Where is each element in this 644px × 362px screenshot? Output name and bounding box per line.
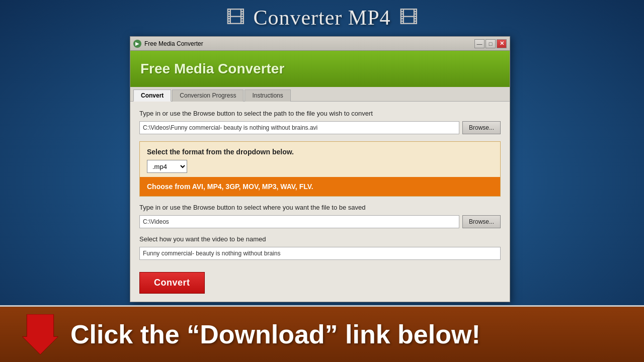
browse-input-button[interactable]: Browse... xyxy=(462,121,501,134)
browse-output-button[interactable]: Browse... xyxy=(462,215,501,228)
download-arrow-icon xyxy=(20,314,60,354)
name-label: Select how you want the video to be name… xyxy=(139,235,501,243)
output-section: Type in or use the Browse button to sele… xyxy=(139,204,501,294)
input-instruction: Type in or use the Browse button to sele… xyxy=(139,110,501,117)
app-header: Free Media Converter xyxy=(130,51,510,87)
tab-instructions[interactable]: Instructions xyxy=(245,89,290,102)
format-notice-text: Choose from AVI, MP4, 3GP, MOV, MP3, WAV… xyxy=(147,183,313,191)
file-path-input[interactable] xyxy=(139,121,459,134)
top-title-bar: 🎞 Converter MP4 🎞 xyxy=(0,0,644,35)
output-path-row: Browse... xyxy=(139,215,501,228)
format-dropdown[interactable]: .mp4 .avi .3gp .mov .mp3 .wav .flv xyxy=(147,160,187,173)
application-window: ▶ Free Media Converter — □ ✕ Free Media … xyxy=(130,36,510,302)
app-title: Converter MP4 xyxy=(253,6,390,30)
input-file-row: Browse... xyxy=(139,121,501,134)
tab-bar: Convert Conversion Progress Instructions xyxy=(130,87,510,102)
main-content: Type in or use the Browse button to sele… xyxy=(130,102,510,302)
svg-marker-0 xyxy=(22,314,58,354)
bottom-banner: Click the “Download” link below! xyxy=(0,307,644,362)
maximize-button[interactable]: □ xyxy=(486,39,496,48)
convert-button[interactable]: Convert xyxy=(139,272,205,294)
file-name-input[interactable] xyxy=(139,247,501,260)
format-label: Select the format from the dropdown belo… xyxy=(147,148,493,156)
title-bar: ▶ Free Media Converter — □ ✕ xyxy=(130,37,510,51)
format-selection-box: Select the format from the dropdown belo… xyxy=(139,141,501,197)
window-controls: — □ ✕ xyxy=(474,39,507,48)
output-instruction: Type in or use the Browse button to sele… xyxy=(139,204,501,211)
window-title: Free Media Converter xyxy=(144,40,474,47)
minimize-button[interactable]: — xyxy=(474,39,485,48)
film-reel-right-icon: 🎞 xyxy=(399,7,418,29)
window-icon: ▶ xyxy=(133,40,141,48)
tab-convert[interactable]: Convert xyxy=(133,89,171,102)
banner-text: Click the “Download” link below! xyxy=(70,319,480,349)
close-button[interactable]: ✕ xyxy=(497,39,507,48)
app-header-title: Free Media Converter xyxy=(140,61,284,77)
file-name-row xyxy=(139,247,501,260)
format-notice-bar: Choose from AVI, MP4, 3GP, MOV, MP3, WAV… xyxy=(140,177,500,196)
output-path-input[interactable] xyxy=(139,215,459,228)
tab-conversion-progress[interactable]: Conversion Progress xyxy=(172,89,244,102)
film-reel-left-icon: 🎞 xyxy=(226,7,245,29)
